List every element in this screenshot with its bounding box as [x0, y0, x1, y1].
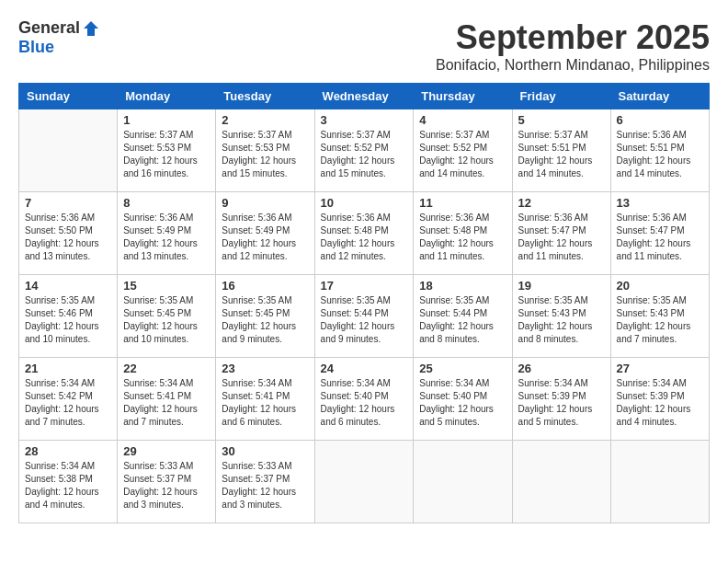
day-info: Sunrise: 5:36 AMSunset: 5:48 PMDaylight:… — [321, 212, 408, 263]
day-number: 28 — [25, 444, 111, 458]
calendar-table: Sunday Monday Tuesday Wednesday Thursday… — [18, 83, 710, 523]
calendar-cell-w5-d3: 30Sunrise: 5:33 AMSunset: 5:37 PMDayligh… — [216, 441, 314, 523]
day-info: Sunrise: 5:34 AMSunset: 5:39 PMDaylight:… — [518, 377, 605, 429]
calendar-cell-w1-d5: 4Sunrise: 5:37 AMSunset: 5:52 PMDaylight… — [414, 109, 512, 192]
calendar-cell-w3-d5: 18Sunrise: 5:35 AMSunset: 5:44 PMDayligh… — [414, 275, 512, 358]
day-info: Sunrise: 5:35 AMSunset: 5:44 PMDaylight:… — [321, 294, 408, 346]
calendar-cell-w2-d6: 12Sunrise: 5:36 AMSunset: 5:47 PMDayligh… — [512, 192, 610, 275]
location-text: Bonifacio, Northern Mindanao, Philippine… — [436, 57, 710, 74]
calendar-cell-w1-d4: 3Sunrise: 5:37 AMSunset: 5:52 PMDaylight… — [314, 109, 414, 192]
calendar-header-row: Sunday Monday Tuesday Wednesday Thursday… — [19, 84, 710, 109]
day-number: 17 — [321, 279, 408, 293]
day-number: 27 — [617, 362, 703, 375]
day-info: Sunrise: 5:36 AMSunset: 5:49 PMDaylight:… — [123, 212, 210, 263]
svg-marker-0 — [84, 21, 98, 36]
calendar-cell-w4-d7: 27Sunrise: 5:34 AMSunset: 5:39 PMDayligh… — [610, 358, 709, 441]
day-info: Sunrise: 5:34 AMSunset: 5:40 PMDaylight:… — [419, 377, 506, 429]
day-info: Sunrise: 5:33 AMSunset: 5:37 PMDaylight:… — [222, 460, 308, 511]
calendar-cell-w1-d3: 2Sunrise: 5:37 AMSunset: 5:53 PMDaylight… — [216, 109, 314, 192]
calendar-cell-w4-d2: 22Sunrise: 5:34 AMSunset: 5:41 PMDayligh… — [118, 358, 216, 441]
calendar-cell-w3-d6: 19Sunrise: 5:35 AMSunset: 5:43 PMDayligh… — [512, 275, 610, 358]
logo-general-text: General — [18, 18, 80, 38]
calendar-cell-w1-d6: 5Sunrise: 5:37 AMSunset: 5:51 PMDaylight… — [512, 109, 610, 192]
day-number: 3 — [321, 113, 408, 127]
day-info: Sunrise: 5:36 AMSunset: 5:51 PMDaylight:… — [617, 129, 703, 180]
day-info: Sunrise: 5:36 AMSunset: 5:49 PMDaylight:… — [222, 212, 308, 263]
day-number: 25 — [419, 362, 506, 375]
calendar-cell-w5-d4 — [314, 441, 414, 523]
calendar-cell-w5-d6 — [512, 441, 610, 523]
day-info: Sunrise: 5:36 AMSunset: 5:47 PMDaylight:… — [617, 212, 703, 263]
day-info: Sunrise: 5:37 AMSunset: 5:52 PMDaylight:… — [321, 129, 408, 180]
month-title: September 2025 — [436, 18, 710, 57]
week-row-5: 28Sunrise: 5:34 AMSunset: 5:38 PMDayligh… — [19, 441, 710, 523]
day-info: Sunrise: 5:37 AMSunset: 5:53 PMDaylight:… — [123, 129, 210, 180]
page-header: General Blue September 2025 Bonifacio, N… — [18, 18, 710, 74]
col-thursday: Thursday — [414, 84, 512, 109]
calendar-cell-w2-d2: 8Sunrise: 5:36 AMSunset: 5:49 PMDaylight… — [118, 192, 216, 275]
day-number: 24 — [321, 362, 408, 375]
day-number: 4 — [419, 113, 506, 127]
day-info: Sunrise: 5:37 AMSunset: 5:51 PMDaylight:… — [518, 129, 605, 180]
week-row-3: 14Sunrise: 5:35 AMSunset: 5:46 PMDayligh… — [19, 275, 710, 358]
calendar-cell-w2-d4: 10Sunrise: 5:36 AMSunset: 5:48 PMDayligh… — [314, 192, 414, 275]
calendar-cell-w4-d5: 25Sunrise: 5:34 AMSunset: 5:40 PMDayligh… — [414, 358, 512, 441]
week-row-4: 21Sunrise: 5:34 AMSunset: 5:42 PMDayligh… — [19, 358, 710, 441]
calendar-cell-w2-d3: 9Sunrise: 5:36 AMSunset: 5:49 PMDaylight… — [216, 192, 314, 275]
day-info: Sunrise: 5:35 AMSunset: 5:43 PMDaylight:… — [617, 294, 703, 346]
day-number: 26 — [518, 362, 605, 375]
day-info: Sunrise: 5:34 AMSunset: 5:39 PMDaylight:… — [617, 377, 703, 429]
day-number: 5 — [518, 113, 605, 127]
week-row-1: 1Sunrise: 5:37 AMSunset: 5:53 PMDaylight… — [19, 109, 710, 192]
day-number: 22 — [123, 362, 210, 375]
day-info: Sunrise: 5:34 AMSunset: 5:41 PMDaylight:… — [123, 377, 210, 429]
col-sunday: Sunday — [19, 84, 118, 109]
day-number: 6 — [617, 113, 703, 127]
calendar-cell-w2-d5: 11Sunrise: 5:36 AMSunset: 5:48 PMDayligh… — [414, 192, 512, 275]
day-number: 29 — [123, 444, 210, 458]
day-number: 10 — [321, 196, 408, 210]
col-wednesday: Wednesday — [314, 84, 414, 109]
calendar-cell-w5-d7 — [610, 441, 709, 523]
calendar-cell-w3-d4: 17Sunrise: 5:35 AMSunset: 5:44 PMDayligh… — [314, 275, 414, 358]
day-number: 21 — [25, 362, 111, 375]
calendar-cell-w3-d7: 20Sunrise: 5:35 AMSunset: 5:43 PMDayligh… — [610, 275, 709, 358]
day-number: 12 — [518, 196, 605, 210]
day-info: Sunrise: 5:36 AMSunset: 5:50 PMDaylight:… — [25, 212, 111, 263]
day-number: 15 — [123, 279, 210, 293]
day-number: 1 — [123, 113, 210, 127]
day-number: 11 — [419, 196, 506, 210]
col-monday: Monday — [118, 84, 216, 109]
day-info: Sunrise: 5:35 AMSunset: 5:43 PMDaylight:… — [518, 294, 605, 346]
day-info: Sunrise: 5:34 AMSunset: 5:40 PMDaylight:… — [321, 377, 408, 429]
day-number: 9 — [222, 196, 308, 210]
day-info: Sunrise: 5:33 AMSunset: 5:37 PMDaylight:… — [123, 460, 210, 511]
calendar-cell-w1-d7: 6Sunrise: 5:36 AMSunset: 5:51 PMDaylight… — [610, 109, 709, 192]
calendar-cell-w4-d4: 24Sunrise: 5:34 AMSunset: 5:40 PMDayligh… — [314, 358, 414, 441]
day-number: 2 — [222, 113, 308, 127]
logo-icon — [82, 19, 100, 38]
col-friday: Friday — [512, 84, 610, 109]
calendar-cell-w1-d2: 1Sunrise: 5:37 AMSunset: 5:53 PMDaylight… — [118, 109, 216, 192]
calendar-cell-w5-d5 — [414, 441, 512, 523]
calendar-cell-w5-d1: 28Sunrise: 5:34 AMSunset: 5:38 PMDayligh… — [19, 441, 118, 523]
day-number: 30 — [222, 444, 308, 458]
calendar-cell-w2-d7: 13Sunrise: 5:36 AMSunset: 5:47 PMDayligh… — [610, 192, 709, 275]
day-info: Sunrise: 5:37 AMSunset: 5:52 PMDaylight:… — [419, 129, 506, 180]
day-number: 20 — [617, 279, 703, 293]
day-number: 23 — [222, 362, 308, 375]
day-info: Sunrise: 5:36 AMSunset: 5:47 PMDaylight:… — [518, 212, 605, 263]
day-number: 18 — [419, 279, 506, 293]
calendar-cell-w3-d2: 15Sunrise: 5:35 AMSunset: 5:45 PMDayligh… — [118, 275, 216, 358]
day-info: Sunrise: 5:34 AMSunset: 5:42 PMDaylight:… — [25, 377, 111, 429]
day-info: Sunrise: 5:37 AMSunset: 5:53 PMDaylight:… — [222, 129, 308, 180]
calendar-cell-w4-d3: 23Sunrise: 5:34 AMSunset: 5:41 PMDayligh… — [216, 358, 314, 441]
day-info: Sunrise: 5:35 AMSunset: 5:45 PMDaylight:… — [222, 294, 308, 346]
day-number: 14 — [25, 279, 111, 293]
day-number: 8 — [123, 196, 210, 210]
day-number: 13 — [617, 196, 703, 210]
day-info: Sunrise: 5:34 AMSunset: 5:41 PMDaylight:… — [222, 377, 308, 429]
logo-blue-text: Blue — [18, 38, 54, 57]
day-info: Sunrise: 5:35 AMSunset: 5:44 PMDaylight:… — [419, 294, 506, 346]
calendar-cell-w2-d1: 7Sunrise: 5:36 AMSunset: 5:50 PMDaylight… — [19, 192, 118, 275]
